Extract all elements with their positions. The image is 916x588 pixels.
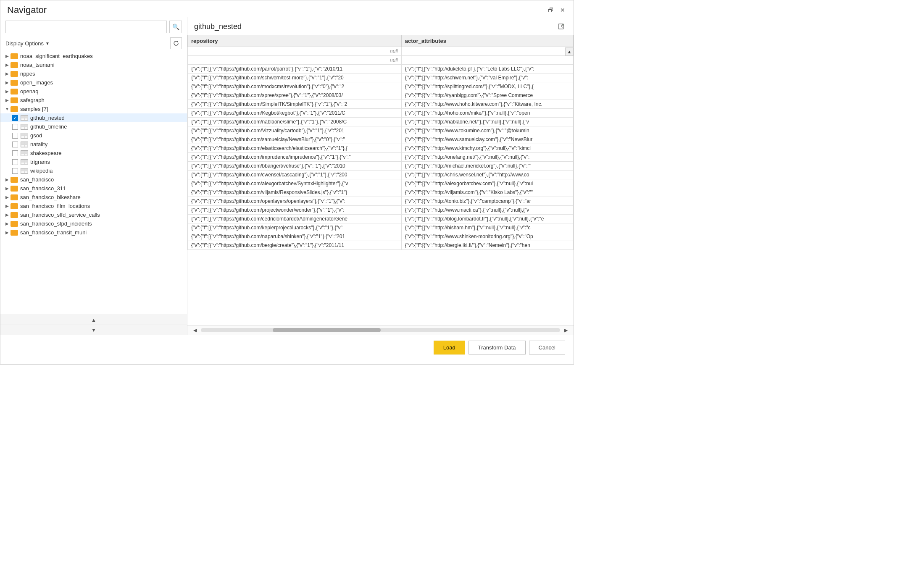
tree-toggle-open_images[interactable]: ▶: [4, 80, 11, 85]
tree-toggle-openaq[interactable]: ▶: [4, 89, 11, 94]
restore-button[interactable]: 🗗: [547, 6, 555, 14]
load-button[interactable]: Load: [434, 341, 465, 354]
table-icon-shakespeare: [21, 150, 28, 156]
checkbox-natality[interactable]: [12, 142, 18, 147]
table-row: {"v":{"f":[{"v":"https://github.com/parr…: [188, 65, 574, 74]
tree-toggle-san_francisco_311[interactable]: ▶: [4, 186, 11, 191]
search-button[interactable]: 🔍: [169, 21, 182, 33]
tree-toggle-samples[interactable]: ▼: [4, 107, 11, 111]
tree-item-san_francisco_bikeshare[interactable]: ▶san_francisco_bikeshare: [0, 193, 187, 202]
tree-label-san_francisco_311: san_francisco_311: [20, 185, 66, 192]
scroll-left-button[interactable]: ◀: [191, 327, 199, 333]
cell-actor-1: [401, 56, 573, 65]
data-table: repositoryactor_attributes nullnull{"v":…: [187, 35, 574, 250]
tree-toggle-san_francisco[interactable]: ▶: [4, 177, 11, 182]
tree-item-shakespeare[interactable]: shakespeare: [0, 149, 187, 158]
cell-repository-12: {"v":{"f":[{"v":"https://github.com/impr…: [188, 153, 402, 162]
display-options-label: Display Options: [5, 40, 44, 47]
cell-repository-1: null: [188, 56, 402, 65]
tree-label-gsod: gsod: [30, 132, 42, 139]
title-bar: Navigator 🗗 ✕: [0, 0, 574, 17]
tree-item-trigrams[interactable]: trigrams: [0, 158, 187, 166]
tree-toggle-nppes[interactable]: ▶: [4, 71, 11, 76]
scroll-right-button[interactable]: ▶: [562, 327, 570, 333]
vtable-scroll-up-button[interactable]: ▲: [565, 47, 574, 56]
cell-repository-21: {"v":{"f":[{"v":"https://github.com/napa…: [188, 232, 402, 241]
search-input[interactable]: [5, 21, 167, 33]
col-header-actor_attributes: actor_attributes: [401, 35, 573, 47]
tree-toggle-noaa_sig_earthquakes[interactable]: ▶: [4, 54, 11, 58]
refresh-button[interactable]: [170, 37, 182, 49]
folder-icon-san_francisco: [11, 177, 18, 183]
cell-actor-8: {"v":{"f":[{"v":"http://nablaone.net/"},…: [401, 118, 573, 126]
tree-item-openaq[interactable]: ▶openaq: [0, 87, 187, 96]
cell-actor-15: {"v":{"f":[{"v":"http://alexgorbatchev.c…: [401, 179, 573, 188]
tree-item-san_francisco_sffd_service_calls[interactable]: ▶san_francisco_sffd_service_calls: [0, 210, 187, 219]
scrollbar-track[interactable]: [201, 328, 560, 332]
cell-actor-20: {"v":{"f":[{"v":"http://hisham.hm"},{"v"…: [401, 223, 573, 232]
folder-icon-samples: [11, 106, 18, 112]
tree-item-nppes[interactable]: ▶nppes: [0, 69, 187, 78]
cell-repository-16: {"v":{"f":[{"v":"https://github.com/vilj…: [188, 188, 402, 197]
tree-label-github_nested: github_nested: [30, 115, 65, 121]
folder-icon-san_francisco_sfpd_incidents: [11, 221, 18, 227]
table-row: {"v":{"f":[{"v":"https://github.com/alex…: [188, 179, 574, 188]
tree-item-wikipedia[interactable]: wikipedia: [0, 166, 187, 175]
table-row: {"v":{"f":[{"v":"https://github.com/cwen…: [188, 171, 574, 179]
tree-label-samples: samples [7]: [20, 106, 48, 112]
checkbox-github_timeline[interactable]: [12, 124, 18, 130]
checkbox-github_nested[interactable]: [12, 115, 18, 121]
display-options-button[interactable]: Display Options ▼: [5, 40, 50, 47]
tree-item-gsod[interactable]: gsod: [0, 131, 187, 140]
tree-item-open_images[interactable]: ▶open_images: [0, 78, 187, 87]
table-row: {"v":{"f":[{"v":"https://github.com/spre…: [188, 91, 574, 100]
tree-item-natality[interactable]: natality: [0, 140, 187, 149]
table-row: {"v":{"f":[{"v":"https://github.com/Kegb…: [188, 109, 574, 118]
tree-toggle-safegraph[interactable]: ▶: [4, 98, 11, 102]
tree-item-github_timeline[interactable]: github_timeline: [0, 122, 187, 131]
cell-actor-6: {"v":{"f":[{"v":"http://www.hoho.kitware…: [401, 100, 573, 109]
tree-item-san_francisco_transit_muni[interactable]: ▶san_francisco_transit_muni: [0, 228, 187, 237]
table-icon-gsod: [21, 133, 28, 139]
cell-repository-10: {"v":{"f":[{"v":"https://github.com/samu…: [188, 135, 402, 144]
tree-item-noaa_sig_earthquakes[interactable]: ▶noaa_significant_earthquakes: [0, 52, 187, 60]
checkbox-trigrams[interactable]: [12, 159, 18, 165]
table-row: {"v":{"f":[{"v":"https://github.com/cedr…: [188, 215, 574, 223]
close-button[interactable]: ✕: [558, 6, 567, 14]
cell-actor-9: {"v":{"f":[{"v":"http://www.tokumine.com…: [401, 126, 573, 135]
cell-actor-22: {"v":{"f":[{"v":"http://bergie.iki.fi/"}…: [401, 241, 573, 250]
table-icon-natality: [21, 142, 28, 147]
cell-actor-21: {"v":{"f":[{"v":"http://www.shinken-moni…: [401, 232, 573, 241]
table-row: {"v":{"f":[{"v":"https://github.com/impr…: [188, 153, 574, 162]
checkbox-gsod[interactable]: [12, 133, 18, 139]
checkbox-shakespeare[interactable]: [12, 150, 18, 156]
tree-item-san_francisco_311[interactable]: ▶san_francisco_311: [0, 184, 187, 193]
transform-data-button[interactable]: Transform Data: [469, 341, 526, 354]
preview-refresh-button[interactable]: [555, 21, 567, 32]
tree-toggle-san_francisco_sfpd_incidents[interactable]: ▶: [4, 221, 11, 226]
tree-toggle-noaa_tsunami[interactable]: ▶: [4, 63, 11, 67]
tree-item-san_francisco_sfpd_incidents[interactable]: ▶san_francisco_sfpd_incidents: [0, 219, 187, 228]
table-row: null: [188, 47, 574, 56]
tree-toggle-san_francisco_transit_muni[interactable]: ▶: [4, 230, 11, 235]
cell-actor-17: {"v":{"f":[{"v":"http://tonio.biz"},{"v"…: [401, 197, 573, 206]
table-row: {"v":{"f":[{"v":"https://github.com/samu…: [188, 135, 574, 144]
tree-item-safegraph[interactable]: ▶safegraph: [0, 96, 187, 105]
cancel-button[interactable]: Cancel: [529, 341, 565, 354]
tree-item-san_francisco_film_locations[interactable]: ▶san_francisco_film_locations: [0, 202, 187, 210]
tree-item-san_francisco[interactable]: ▶san_francisco: [0, 175, 187, 184]
folder-icon-openaq: [11, 89, 18, 94]
folder-icon-open_images: [11, 80, 18, 86]
tree-item-github_nested[interactable]: github_nested: [0, 113, 187, 122]
tree-toggle-san_francisco_sffd_service_calls[interactable]: ▶: [4, 213, 11, 217]
tree-scroll-down[interactable]: ▼: [0, 325, 187, 335]
checkbox-wikipedia[interactable]: [12, 168, 18, 174]
tree-toggle-san_francisco_film_locations[interactable]: ▶: [4, 204, 11, 208]
table-row: {"v":{"f":[{"v":"https://github.com/Vizz…: [188, 126, 574, 135]
folder-icon-san_francisco_311: [11, 186, 18, 192]
horizontal-scrollbar[interactable]: ◀ ▶: [187, 325, 574, 335]
tree-scroll-up[interactable]: ▲: [0, 315, 187, 325]
tree-item-samples[interactable]: ▼samples [7]: [0, 105, 187, 113]
tree-item-noaa_tsunami[interactable]: ▶noaa_tsunami: [0, 60, 187, 69]
tree-toggle-san_francisco_bikeshare[interactable]: ▶: [4, 195, 11, 200]
